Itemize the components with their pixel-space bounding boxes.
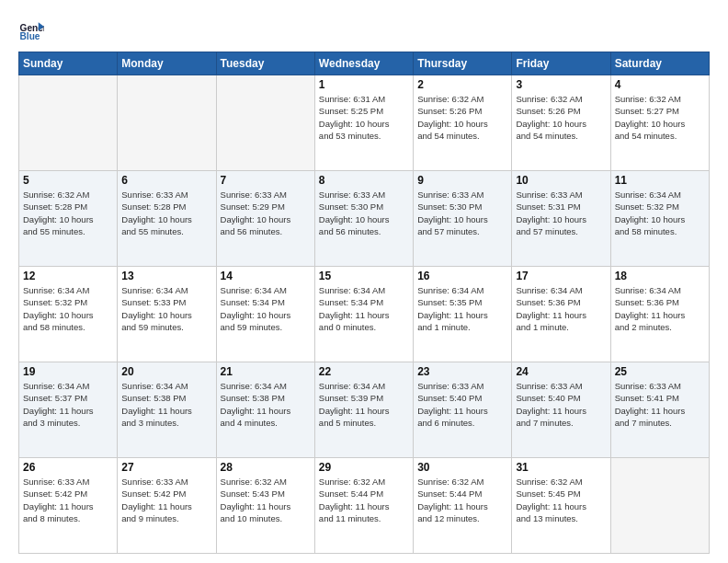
weekday-header-row: SundayMondayTuesdayWednesdayThursdayFrid… [19, 52, 710, 75]
day-number: 19 [23, 365, 113, 378]
weekday-header-thursday: Thursday [414, 52, 512, 75]
calendar-cell: 12Sunrise: 6:34 AM Sunset: 5:32 PM Dayli… [19, 267, 118, 362]
day-number: 9 [417, 174, 507, 187]
calendar-cell: 29Sunrise: 6:32 AM Sunset: 5:44 PM Dayli… [314, 458, 413, 554]
calendar-cell: 7Sunrise: 6:33 AM Sunset: 5:29 PM Daylig… [216, 171, 314, 267]
day-number: 28 [221, 461, 311, 474]
day-info: Sunrise: 6:34 AM Sunset: 5:35 PM Dayligh… [417, 284, 507, 333]
day-number: 15 [319, 270, 409, 282]
day-number: 31 [516, 461, 606, 474]
day-info: Sunrise: 6:32 AM Sunset: 5:45 PM Dayligh… [516, 476, 606, 524]
calendar-cell: 2Sunrise: 6:32 AM Sunset: 5:26 PM Daylig… [414, 75, 512, 171]
day-info: Sunrise: 6:34 AM Sunset: 5:38 PM Dayligh… [121, 380, 211, 429]
calendar-table: SundayMondayTuesdayWednesdayThursdayFrid… [18, 52, 710, 554]
day-info: Sunrise: 6:34 AM Sunset: 5:34 PM Dayligh… [221, 284, 311, 333]
day-number: 26 [23, 461, 113, 474]
day-number: 10 [516, 174, 606, 187]
week-row-3: 12Sunrise: 6:34 AM Sunset: 5:32 PM Dayli… [19, 267, 710, 362]
day-number: 13 [121, 270, 211, 282]
day-info: Sunrise: 6:34 AM Sunset: 5:39 PM Dayligh… [319, 380, 409, 429]
day-number: 16 [417, 270, 507, 282]
day-info: Sunrise: 6:32 AM Sunset: 5:27 PM Dayligh… [615, 93, 705, 142]
day-info: Sunrise: 6:32 AM Sunset: 5:44 PM Dayligh… [319, 476, 409, 524]
calendar-cell: 11Sunrise: 6:34 AM Sunset: 5:32 PM Dayli… [610, 171, 709, 267]
calendar-cell: 25Sunrise: 6:33 AM Sunset: 5:41 PM Dayli… [610, 362, 709, 458]
header: General Blue [18, 17, 710, 42]
day-number: 7 [221, 174, 311, 187]
calendar-cell: 13Sunrise: 6:34 AM Sunset: 5:33 PM Dayli… [118, 267, 216, 362]
calendar-cell [118, 75, 216, 171]
calendar-cell: 17Sunrise: 6:34 AM Sunset: 5:36 PM Dayli… [512, 267, 610, 362]
day-number: 14 [221, 270, 311, 282]
day-info: Sunrise: 6:32 AM Sunset: 5:44 PM Dayligh… [417, 476, 507, 524]
weekday-header-tuesday: Tuesday [216, 52, 314, 75]
day-info: Sunrise: 6:33 AM Sunset: 5:30 PM Dayligh… [319, 189, 409, 237]
calendar-cell: 18Sunrise: 6:34 AM Sunset: 5:36 PM Dayli… [610, 267, 709, 362]
calendar-cell: 26Sunrise: 6:33 AM Sunset: 5:42 PM Dayli… [19, 458, 118, 554]
day-info: Sunrise: 6:34 AM Sunset: 5:36 PM Dayligh… [516, 284, 606, 333]
calendar-cell: 24Sunrise: 6:33 AM Sunset: 5:40 PM Dayli… [512, 362, 610, 458]
day-info: Sunrise: 6:33 AM Sunset: 5:40 PM Dayligh… [417, 380, 507, 429]
logo-icon: General Blue [18, 17, 44, 42]
day-number: 8 [319, 174, 409, 187]
page: General Blue SundayMondayTuesdayWednesda… [0, 0, 728, 563]
day-info: Sunrise: 6:33 AM Sunset: 5:42 PM Dayligh… [23, 476, 113, 524]
day-number: 30 [417, 461, 507, 474]
weekday-header-monday: Monday [118, 52, 216, 75]
day-info: Sunrise: 6:33 AM Sunset: 5:42 PM Dayligh… [121, 476, 211, 524]
day-info: Sunrise: 6:31 AM Sunset: 5:25 PM Dayligh… [319, 93, 409, 142]
weekday-header-friday: Friday [512, 52, 610, 75]
calendar-cell: 15Sunrise: 6:34 AM Sunset: 5:34 PM Dayli… [314, 267, 413, 362]
logo: General Blue [18, 17, 48, 42]
day-info: Sunrise: 6:33 AM Sunset: 5:30 PM Dayligh… [417, 189, 507, 237]
svg-text:Blue: Blue [20, 31, 40, 41]
day-number: 23 [417, 365, 507, 378]
weekday-header-sunday: Sunday [19, 52, 118, 75]
calendar-cell: 10Sunrise: 6:33 AM Sunset: 5:31 PM Dayli… [512, 171, 610, 267]
calendar-cell: 21Sunrise: 6:34 AM Sunset: 5:38 PM Dayli… [216, 362, 314, 458]
day-number: 6 [121, 174, 211, 187]
calendar-cell: 5Sunrise: 6:32 AM Sunset: 5:28 PM Daylig… [19, 171, 118, 267]
calendar-cell: 23Sunrise: 6:33 AM Sunset: 5:40 PM Dayli… [414, 362, 512, 458]
weekday-header-wednesday: Wednesday [314, 52, 413, 75]
day-number: 4 [615, 78, 705, 91]
day-number: 17 [516, 270, 606, 282]
day-number: 2 [417, 78, 507, 91]
calendar-cell: 9Sunrise: 6:33 AM Sunset: 5:30 PM Daylig… [414, 171, 512, 267]
day-number: 25 [615, 365, 705, 378]
calendar-cell: 8Sunrise: 6:33 AM Sunset: 5:30 PM Daylig… [314, 171, 413, 267]
calendar-cell [610, 458, 709, 554]
day-info: Sunrise: 6:32 AM Sunset: 5:26 PM Dayligh… [417, 93, 507, 142]
day-info: Sunrise: 6:32 AM Sunset: 5:26 PM Dayligh… [516, 93, 606, 142]
day-number: 3 [516, 78, 606, 91]
day-number: 24 [516, 365, 606, 378]
day-number: 27 [121, 461, 211, 474]
calendar-cell: 1Sunrise: 6:31 AM Sunset: 5:25 PM Daylig… [314, 75, 413, 171]
day-number: 1 [319, 78, 409, 91]
calendar-cell: 16Sunrise: 6:34 AM Sunset: 5:35 PM Dayli… [414, 267, 512, 362]
day-info: Sunrise: 6:32 AM Sunset: 5:43 PM Dayligh… [221, 476, 311, 524]
day-number: 29 [319, 461, 409, 474]
calendar-cell: 22Sunrise: 6:34 AM Sunset: 5:39 PM Dayli… [314, 362, 413, 458]
week-row-4: 19Sunrise: 6:34 AM Sunset: 5:37 PM Dayli… [19, 362, 710, 458]
day-info: Sunrise: 6:34 AM Sunset: 5:33 PM Dayligh… [121, 284, 211, 333]
day-info: Sunrise: 6:34 AM Sunset: 5:32 PM Dayligh… [23, 284, 113, 333]
day-number: 5 [23, 174, 113, 187]
calendar-cell: 19Sunrise: 6:34 AM Sunset: 5:37 PM Dayli… [19, 362, 118, 458]
day-info: Sunrise: 6:33 AM Sunset: 5:31 PM Dayligh… [516, 189, 606, 237]
week-row-1: 1Sunrise: 6:31 AM Sunset: 5:25 PM Daylig… [19, 75, 710, 171]
day-number: 18 [615, 270, 705, 282]
calendar-cell: 31Sunrise: 6:32 AM Sunset: 5:45 PM Dayli… [512, 458, 610, 554]
week-row-2: 5Sunrise: 6:32 AM Sunset: 5:28 PM Daylig… [19, 171, 710, 267]
day-info: Sunrise: 6:33 AM Sunset: 5:41 PM Dayligh… [615, 380, 705, 429]
calendar-cell: 3Sunrise: 6:32 AM Sunset: 5:26 PM Daylig… [512, 75, 610, 171]
calendar-cell: 27Sunrise: 6:33 AM Sunset: 5:42 PM Dayli… [118, 458, 216, 554]
day-number: 12 [23, 270, 113, 282]
calendar-cell: 20Sunrise: 6:34 AM Sunset: 5:38 PM Dayli… [118, 362, 216, 458]
calendar-cell [216, 75, 314, 171]
day-number: 22 [319, 365, 409, 378]
day-number: 21 [221, 365, 311, 378]
day-info: Sunrise: 6:34 AM Sunset: 5:34 PM Dayligh… [319, 284, 409, 333]
day-info: Sunrise: 6:34 AM Sunset: 5:37 PM Dayligh… [23, 380, 113, 429]
day-number: 11 [615, 174, 705, 187]
